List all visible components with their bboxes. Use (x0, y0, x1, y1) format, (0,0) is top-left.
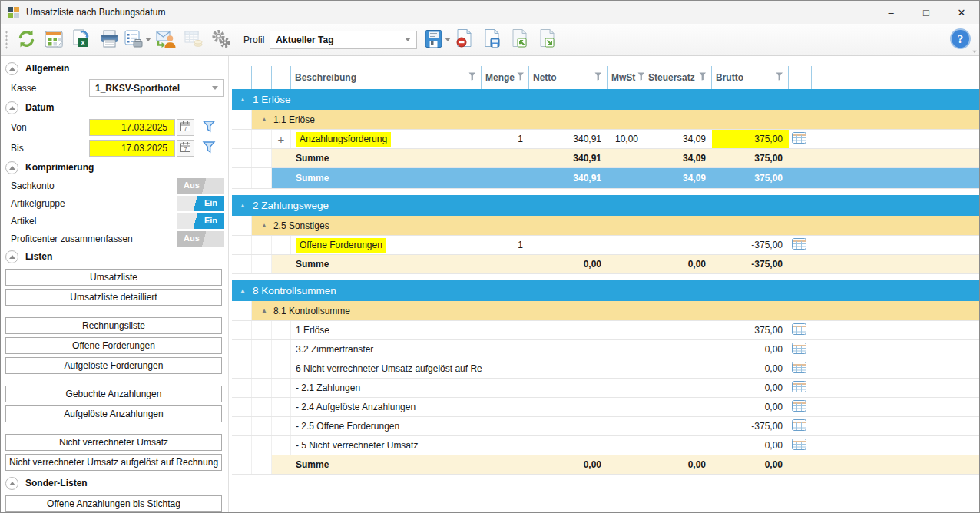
bis-date-input[interactable]: 17.03.2025 (89, 140, 175, 157)
table-detail-icon[interactable] (792, 400, 806, 414)
group-total-row[interactable]: Summe340,9134,09375,00 (232, 168, 979, 189)
toggle-off-switch[interactable]: Aus (177, 178, 224, 194)
chevron-down-icon[interactable] (145, 38, 151, 41)
table-row[interactable]: - 2.5 Offene Forderungen-375,00 (232, 417, 979, 436)
chevron-down-icon[interactable] (445, 38, 451, 41)
collapse-icon[interactable]: ▲ (261, 116, 267, 123)
table-detail-icon[interactable] (792, 132, 806, 146)
list-button[interactable]: Offene Anzahlungen bis Stichtag (5, 495, 222, 512)
list-button[interactable]: Rechnungsliste (5, 317, 222, 334)
excel-export-button[interactable]: X (68, 26, 95, 54)
collapse-sonder-listen-button[interactable] (5, 477, 18, 490)
kasse-combobox[interactable]: 1_RKSV-Sporthotel (89, 79, 224, 97)
import-profile-button[interactable] (506, 26, 534, 54)
minimize-button[interactable]: – (873, 1, 909, 24)
toggle-row: ArtikelgruppeEin (5, 194, 224, 212)
table-row[interactable]: 1 Erlöse375,00 (232, 321, 979, 340)
header-netto[interactable]: Netto (529, 66, 608, 89)
group-header-row[interactable]: ▲2 Zahlungswege (232, 195, 979, 216)
filter-funnel-icon[interactable] (515, 72, 525, 83)
settings-gears-button[interactable] (207, 26, 234, 54)
export-profile-button[interactable] (534, 26, 561, 54)
refresh-button[interactable] (12, 26, 40, 54)
subgroup-header-row[interactable]: ▲1.1 Erlöse (232, 110, 979, 130)
bis-filter-button[interactable] (196, 139, 222, 157)
calendar-button[interactable] (40, 26, 68, 54)
header-mwst[interactable]: MwSt (608, 66, 644, 89)
close-button[interactable]: ✕ (944, 1, 979, 24)
bis-calendar-button[interactable]: 7 (177, 140, 194, 157)
filter-funnel-icon[interactable] (592, 72, 603, 83)
table-detail-icon[interactable] (792, 323, 806, 337)
subgroup-total-row[interactable]: Summe340,9134,09375,00 (232, 149, 979, 168)
header-detail-column (789, 66, 812, 89)
table-detail-icon[interactable] (792, 419, 806, 433)
table-row[interactable]: +Anzahlungsforderung1340,9110,0034,09375… (232, 130, 979, 149)
list-button[interactable]: Gebuchte Anzahlungen (5, 386, 222, 402)
detail-cell (789, 417, 812, 435)
collapse-icon[interactable]: ▲ (240, 202, 246, 209)
von-calendar-button[interactable]: 7 (177, 119, 194, 136)
list-button[interactable]: Aufgelöste Anzahlungen (5, 405, 222, 422)
subgroup-header-row[interactable]: ▲8.1 Kontrollsumme (232, 301, 979, 321)
table-detail-icon[interactable] (792, 343, 806, 356)
send-mail-button[interactable] (151, 26, 179, 54)
list-button[interactable]: Nicht verrechneter Umsatz aufgelöst auf … (5, 454, 222, 471)
table-row[interactable]: 6 Nicht verrechneter Umsatz aufgelöst au… (232, 359, 979, 379)
toggle-on-switch[interactable]: Ein (177, 196, 224, 211)
header-menge[interactable]: Menge (482, 66, 529, 89)
delete-profile-button[interactable] (451, 26, 478, 54)
von-filter-button[interactable] (196, 118, 222, 137)
print-list-button[interactable] (123, 26, 151, 54)
expand-cell (272, 321, 291, 339)
collapse-allgemein-button[interactable] (5, 62, 18, 75)
list-button[interactable]: Nicht verrechneter Umsatz (5, 434, 222, 451)
print-button[interactable] (95, 26, 123, 54)
save-layout-button[interactable] (423, 26, 451, 54)
table-row[interactable]: - 2.4 Aufgelöste Anzahlungen0,00 (232, 398, 979, 417)
cell-beschreibung: Summe (291, 168, 482, 188)
table-row[interactable]: - 5 Nicht verrechneter Umsatz0,00 (232, 436, 979, 455)
filter-funnel-icon[interactable] (697, 72, 707, 83)
list-button[interactable]: Aufgelöste Forderungen (5, 357, 222, 374)
toolbar-overflow-icon[interactable] (972, 51, 977, 54)
list-button[interactable]: Offene Forderungen (5, 337, 222, 354)
table-row[interactable]: - 2.1 Zahlungen0,00 (232, 379, 979, 398)
collapse-icon[interactable]: ▲ (261, 307, 267, 314)
header-beschreibung[interactable]: Beschreibung (291, 66, 482, 89)
collapse-icon[interactable]: ▲ (240, 96, 246, 103)
table-copy-button[interactable] (179, 26, 207, 54)
chevron-up-icon (9, 482, 15, 485)
toggle-off-switch[interactable]: Aus (177, 231, 224, 247)
group-header-row[interactable]: ▲8 Kontrollsummen (232, 280, 979, 301)
collapse-icon[interactable]: ▲ (240, 287, 246, 294)
von-date-input[interactable]: 17.03.2025 (89, 119, 175, 136)
filter-funnel-icon[interactable] (466, 72, 477, 83)
header-steuersatz[interactable]: Steuersatz (644, 66, 712, 89)
maximize-button[interactable]: □ (909, 1, 944, 24)
group-header-row[interactable]: ▲1 Erlöse (232, 89, 979, 110)
subgroup-total-row[interactable]: Summe0,000,000,00 (232, 455, 979, 475)
subgroup-header-row[interactable]: ▲2.5 Sonstiges (232, 216, 979, 236)
collapse-icon[interactable]: ▲ (261, 222, 267, 229)
collapse-datum-button[interactable] (5, 101, 18, 114)
header-brutto[interactable]: Brutto (712, 66, 789, 89)
table-detail-icon[interactable] (792, 381, 806, 395)
table-row[interactable]: Offene Forderungen1-375,00 (232, 236, 979, 255)
table-row[interactable]: 3.2 Zimmertransfer0,00 (232, 340, 979, 359)
profile-combobox[interactable]: Aktueller Tag (270, 31, 417, 49)
table-detail-icon[interactable] (792, 238, 806, 252)
collapse-komprimierung-button[interactable] (5, 161, 18, 174)
help-button[interactable]: ? (947, 27, 973, 53)
toolbar-grip[interactable] (5, 31, 8, 49)
save-profile-button[interactable] (478, 26, 506, 54)
collapse-listen-button[interactable] (5, 250, 18, 263)
table-detail-icon[interactable] (792, 439, 806, 452)
list-button[interactable]: Umsatzliste (5, 269, 222, 286)
filter-funnel-icon[interactable] (773, 72, 784, 83)
expand-plus-icon[interactable]: + (272, 133, 290, 146)
list-button[interactable]: Umsatzliste detailliert (5, 289, 222, 306)
toggle-on-switch[interactable]: Ein (177, 213, 224, 229)
table-detail-icon[interactable] (792, 362, 806, 376)
subgroup-total-row[interactable]: Summe0,000,00-375,00 (232, 255, 979, 274)
